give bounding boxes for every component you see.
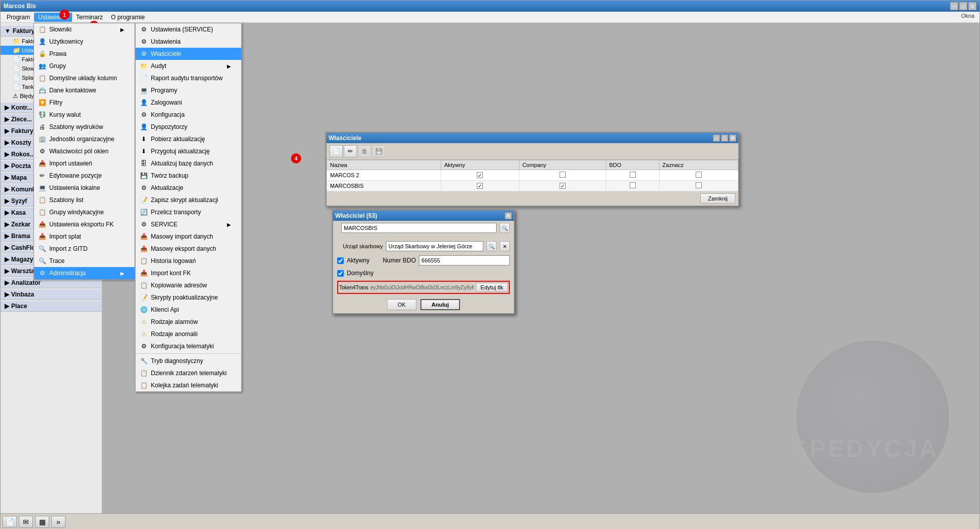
bottom-grid-button[interactable]: ▦ [35, 516, 49, 528]
adm-zapisz-skrypt[interactable]: 📝 Zapisz skrypt aktualizacji [136, 194, 241, 206]
menu-item-import-ust[interactable]: 📥 Import ustawień [34, 157, 135, 170]
wlasciciele-minimize[interactable]: ─ [713, 135, 720, 142]
adm-dziennik[interactable]: 📋 Dziennik zdarzeń telematyki [136, 367, 241, 379]
adm-programy[interactable]: 💻 Programy [136, 84, 241, 96]
wlasciciele-footer: Zamknij [326, 191, 738, 206]
maximize-button[interactable]: □ [959, 2, 967, 10]
adm-klienci-api[interactable]: 🌐 Klienci Api [136, 304, 241, 316]
menu-item-ust-eksportu[interactable]: 📤 Ustawienia eksportu FK [34, 218, 135, 230]
wlasciciele-close[interactable]: ✕ [729, 135, 736, 142]
menu-item-wlasciwosci[interactable]: ⚙ Właściwości pól okien [34, 145, 135, 157]
menu-terminarz[interactable]: Terminarz [72, 13, 107, 22]
token-label: Token4Trans [339, 285, 368, 290]
adm-aktualizacje[interactable]: ⚙ Aktualizacje [136, 182, 241, 194]
adm-raport-audytu[interactable]: 📄 Raport audytu transportów [136, 72, 241, 84]
menu-item-kursy[interactable]: 💱 Kursy walut [34, 109, 135, 121]
menu-item-administracja[interactable]: ⚙ Administracja ▶ [34, 267, 135, 279]
table-row[interactable]: MARCOSBIS [327, 181, 738, 191]
sidebar-header-place[interactable]: ▶ Place [1, 301, 102, 312]
filtry-icon: 🔽 [38, 98, 46, 107]
menu-item-filtry[interactable]: 🔽 Filtry [34, 96, 135, 109]
toolbar-edit[interactable]: ✏ [344, 145, 357, 157]
menu-item-trace[interactable]: 🔍 Trace [34, 255, 135, 267]
adm-import-kont[interactable]: 📥 Import kont FK [136, 267, 241, 279]
bottom-email-button[interactable]: ✉ [19, 516, 33, 528]
adm-pobierz-aktualizacje[interactable]: ⬇ Pobierz aktualizację [136, 133, 241, 145]
minimize-button[interactable]: ─ [950, 2, 958, 10]
adm-kop-icon: 📋 [140, 281, 148, 289]
adm-wlasciciele[interactable]: ⚙ Właściciele [136, 48, 241, 60]
adm-przygotuj-akt[interactable]: ⬇ Przygotuj aktualizację [136, 145, 241, 157]
owner-close-x[interactable]: ✕ [505, 212, 512, 219]
adm-konfiguracja[interactable]: ⚙ Konfiguracja [136, 109, 241, 121]
import-splat-icon: 📥 [38, 233, 46, 241]
urzad-search[interactable]: 🔍 [486, 241, 497, 251]
close-button[interactable]: ✕ [968, 2, 976, 10]
adm-przelicz-transporty[interactable]: 🔄 Przelicz transporty [136, 206, 241, 218]
menu-item-domyslne[interactable]: 📋 Domyślne układy kolumn [34, 72, 135, 84]
adm-dyspozytorzy[interactable]: 👤 Dyspozytorzy [136, 121, 241, 133]
jednostki-label: Jednostki organizacyjne [49, 136, 114, 143]
cell-bdo [606, 170, 659, 181]
menu-item-grupy-wind[interactable]: 📋 Grupy windykacyjne [34, 206, 135, 218]
menu-item-prawa[interactable]: 🔒 Prawa [34, 48, 135, 60]
aktywny-checkbox[interactable] [337, 257, 344, 264]
menu-o-programie[interactable]: O programie [107, 13, 149, 22]
sidebar-label-faktury: Faktury [13, 27, 35, 35]
filtry-label: Filtry [49, 99, 62, 106]
bottom-doc-button[interactable]: 📄 [3, 516, 17, 528]
menu-item-import-gitd[interactable]: 🔍 Import z GITD [34, 243, 135, 255]
adm-historia[interactable]: 📋 Historia logowań [136, 255, 241, 267]
toolbar-new[interactable]: 📄 [330, 145, 343, 157]
table-row[interactable]: MARCOS 2 [327, 170, 738, 181]
menu-item-uzytkownicy[interactable]: 👤 Użytkownicy [34, 36, 135, 48]
adm-kolejka[interactable]: 📋 Kolejka zadań telematyki [136, 379, 241, 391]
adm-dysp-label: Dyspozytorzy [151, 123, 187, 130]
menu-item-szablony-list[interactable]: 📋 Szablony list [34, 194, 135, 206]
adm-kopiowanie[interactable]: 📋 Kopiowanie adresów [136, 279, 241, 291]
edytuj-tlk-button[interactable]: Edytuj tlk [476, 283, 508, 292]
okna-button[interactable]: Okna [961, 13, 974, 19]
adm-ustawienia-service[interactable]: ⚙ Ustawienia (SERVICE) [136, 23, 241, 36]
domyslny-row: Domyślny [333, 268, 514, 279]
menu-item-grupy[interactable]: 👥 Grupy [34, 60, 135, 72]
adm-skrypty-poakt[interactable]: 📝 Skrypty poaktualizacyjne [136, 291, 241, 304]
menu-item-jednostki[interactable]: 🏢 Jednostki organizacyjne [34, 133, 135, 145]
adm-audyt[interactable]: 📁 Audyt ▶ [136, 60, 241, 72]
sidebar-header-vinbaza[interactable]: ▶ Vinbaza [1, 289, 102, 300]
menu-program[interactable]: Program [3, 13, 34, 22]
anuluj-button[interactable]: Anuluj [420, 299, 460, 310]
menu-item-slowniki[interactable]: 📋 Słowniki ▶ [34, 23, 135, 36]
wlasciciele-restore[interactable]: □ [721, 135, 728, 142]
adm-zalogowani[interactable]: 👤 Zalogowani [136, 96, 241, 109]
domyslny-label: Domyślny [347, 270, 374, 277]
adm-masowy-import[interactable]: 📥 Masowy import danych [136, 230, 241, 243]
adm-aktualizuj-baze[interactable]: 🗄 Aktualizuj bazę danych [136, 157, 241, 170]
ok-button[interactable]: OK [387, 299, 416, 310]
urzad-clear[interactable]: ✕ [500, 241, 510, 251]
adm-rodzaje-alarmow[interactable]: ⚠ Rodzaje alarmów [136, 316, 241, 328]
domyslny-checkbox[interactable] [337, 270, 344, 277]
adm-service[interactable]: ⚙ SERVICE ▶ [136, 218, 241, 230]
urzad-input[interactable] [386, 241, 483, 251]
adm-ustawienia[interactable]: ⚙ Ustawienia [136, 36, 241, 48]
bottom-arrow-button[interactable]: » [51, 516, 66, 528]
toolbar-delete[interactable]: 🗑 [358, 145, 371, 157]
owner-name-search[interactable]: 🔍 [500, 223, 510, 233]
menu-item-szablony-wyd[interactable]: 🖨 Szablony wydruków [34, 121, 135, 133]
adm-tryb-diag[interactable]: 🔧 Tryb diagnostyczny [136, 355, 241, 367]
adm-masowy-eksport[interactable]: 📤 Masowy eksport danych [136, 243, 241, 255]
numer-bdo-input[interactable] [419, 255, 510, 266]
adm-akt-label: Aktualizacje [151, 184, 183, 191]
adm-diag-label: Tryb diagnostyczny [151, 357, 203, 365]
wlasciciele-close-btn[interactable]: Zamknij [700, 193, 735, 204]
adm-tworz-backup[interactable]: 💾 Twórz backup [136, 170, 241, 182]
menu-item-import-splat[interactable]: 📥 Import splat [34, 230, 135, 243]
toolbar-save[interactable]: 💾 [372, 145, 385, 157]
owner-name-input[interactable] [341, 223, 497, 233]
menu-item-dane-kontaktowe[interactable]: 📇 Dane kontaktowe [34, 84, 135, 96]
adm-rodzaje-anomalii[interactable]: ⚠ Rodzaje anomalii [136, 328, 241, 340]
adm-konfig-telematyki[interactable]: ⚙ Konfiguracja telematyki [136, 340, 241, 352]
menu-item-ust-lokalne[interactable]: 💻 Ustawienia lokalne [34, 182, 135, 194]
menu-item-edytowane[interactable]: ✏ Edytowane pozycje [34, 170, 135, 182]
